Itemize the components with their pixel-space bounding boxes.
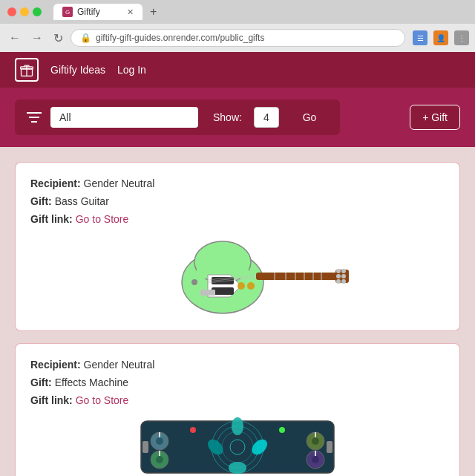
go-button[interactable]: Go — [291, 107, 329, 128]
svg-rect-58 — [327, 441, 332, 453]
gift-icon — [19, 62, 34, 77]
svg-point-40 — [232, 417, 243, 435]
search-input[interactable] — [50, 107, 198, 128]
gift-value-1: Bass Guitar — [55, 195, 109, 207]
minimize-window-button[interactable] — [20, 7, 29, 16]
svg-point-12 — [341, 269, 346, 273]
tab-favicon: G — [62, 7, 73, 17]
gift-name-field-1: Gift: Bass Guitar — [30, 195, 445, 207]
svg-rect-57 — [142, 441, 148, 453]
svg-point-52 — [312, 437, 319, 445]
browser-tab[interactable]: G Giftify ✕ — [53, 4, 142, 20]
guitar-image — [126, 234, 349, 316]
svg-point-42 — [229, 462, 246, 474]
svg-point-14 — [341, 274, 346, 278]
tab-title: Giftify — [77, 7, 100, 17]
extensions-icon[interactable]: ☰ — [413, 30, 428, 45]
browser-nav: ← → ↻ 🔒 giftify-gift-guides.onrender.com… — [0, 24, 475, 52]
new-tab-button[interactable]: + — [150, 5, 157, 19]
svg-rect-9 — [256, 273, 341, 280]
svg-point-30 — [247, 282, 255, 290]
show-number: 4 — [254, 107, 279, 128]
gift-card-2: Recipient: Gender Neutral Gift: Effects … — [15, 343, 460, 476]
recipient-value-2: Gender Neutral — [84, 359, 155, 371]
recipient-label-1: Recipient: — [30, 177, 81, 189]
gift-link-label-1: Gift link: — [30, 213, 73, 225]
nav-giftify-ideas[interactable]: Giftify Ideas — [50, 64, 105, 76]
title-bar: G Giftify ✕ + — [0, 0, 475, 24]
nav-login[interactable]: Log In — [117, 64, 146, 76]
svg-point-16 — [341, 279, 346, 284]
svg-point-29 — [238, 282, 245, 290]
tab-close-button[interactable]: ✕ — [127, 7, 134, 17]
filter-icon[interactable] — [27, 111, 42, 123]
search-bar: Show: 4 Go — [15, 100, 340, 135]
browser-toolbar: ☰ 👤 ⋮ — [413, 30, 469, 45]
show-label: Show: — [213, 111, 242, 123]
gift-card-1: Recipient: Gender Neutral Gift: Bass Gui… — [15, 162, 460, 331]
gift-label-2: Gift: — [30, 376, 52, 388]
recipient-label-2: Recipient: — [30, 359, 81, 371]
gift-list: Recipient: Gender Neutral Gift: Bass Gui… — [0, 147, 475, 476]
search-section: Show: 4 Go + Gift — [0, 88, 475, 147]
gift-image-2 — [30, 415, 445, 476]
svg-point-46 — [156, 437, 163, 445]
gift-link-2[interactable]: Go to Store — [76, 394, 129, 406]
recipient-field-1: Recipient: Gender Neutral — [30, 177, 445, 189]
forward-button[interactable]: → — [28, 30, 46, 46]
effects-pedal-image — [134, 415, 341, 476]
window-controls — [7, 7, 42, 16]
gift-link-label-2: Gift link: — [30, 394, 73, 406]
svg-point-15 — [336, 279, 341, 284]
svg-point-59 — [190, 427, 196, 433]
maximize-window-button[interactable] — [33, 7, 42, 16]
svg-point-31 — [191, 279, 197, 285]
profile-icon[interactable]: 👤 — [433, 30, 448, 45]
svg-point-44 — [230, 440, 245, 454]
svg-point-55 — [312, 456, 319, 463]
gift-name-field-2: Gift: Effects Machine — [30, 376, 445, 388]
search-row: Show: 4 Go + Gift — [15, 100, 460, 135]
url-display: giftify-gift-guides.onrender.com/public_… — [96, 33, 264, 43]
gift-link-field-1: Gift link: Go to Store — [30, 213, 445, 225]
gift-link-1[interactable]: Go to Store — [76, 213, 129, 225]
add-gift-button[interactable]: + Gift — [410, 105, 460, 130]
recipient-field-2: Recipient: Gender Neutral — [30, 359, 445, 371]
close-window-button[interactable] — [7, 7, 16, 16]
gift-image-1 — [30, 234, 445, 316]
app-logo — [15, 58, 39, 82]
browser-chrome: G Giftify ✕ + ← → ↻ 🔒 giftify-gift-guide… — [0, 0, 475, 52]
svg-point-60 — [279, 427, 285, 433]
app-header: Giftify Ideas Log In — [0, 52, 475, 88]
address-bar[interactable]: 🔒 giftify-gift-guides.onrender.com/publi… — [71, 29, 405, 47]
svg-point-13 — [336, 274, 341, 278]
gift-value-2: Effects Machine — [55, 376, 128, 388]
back-button[interactable]: ← — [6, 30, 24, 46]
gift-label-1: Gift: — [30, 195, 52, 207]
recipient-value-1: Gender Neutral — [84, 177, 155, 189]
svg-point-49 — [156, 456, 163, 463]
svg-rect-25 — [200, 290, 215, 296]
svg-point-11 — [336, 269, 341, 273]
gift-link-field-2: Gift link: Go to Store — [30, 394, 445, 406]
refresh-button[interactable]: ↻ — [50, 30, 66, 47]
menu-icon[interactable]: ⋮ — [454, 30, 469, 45]
